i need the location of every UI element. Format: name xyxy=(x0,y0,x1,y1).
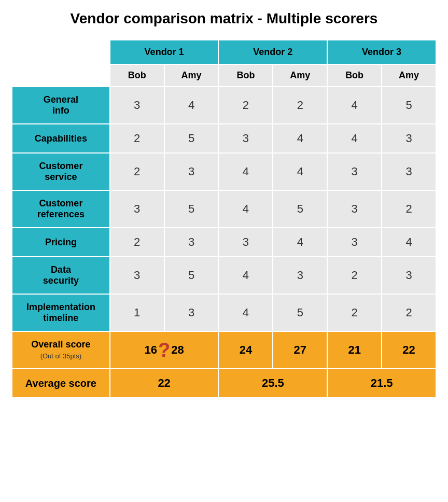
row-label-0: Generalinfo xyxy=(12,87,110,124)
cell-r6-v0-s0: 1 xyxy=(110,294,164,331)
cell-r0-v1-s1: 2 xyxy=(273,87,327,124)
cell-r0-v0-s1: 4 xyxy=(164,87,219,124)
v3-amy-header: Amy xyxy=(382,64,436,87)
avg-label: Average score xyxy=(12,369,110,398)
overall-v1-bob: 16 xyxy=(145,343,157,357)
cell-r2-v2-s1: 3 xyxy=(382,153,436,190)
overall-v3-bob: 21 xyxy=(327,331,382,369)
avg-vendor1: 22 xyxy=(110,369,219,398)
v2-amy-header: Amy xyxy=(273,64,327,87)
cell-r0-v0-s0: 3 xyxy=(110,87,164,124)
cell-r3-v0-s1: 5 xyxy=(164,190,219,228)
cell-r4-v0-s1: 3 xyxy=(164,228,219,257)
cell-r4-v2-s1: 4 xyxy=(382,228,436,257)
row-label-5: Datasecurity xyxy=(12,257,110,294)
vendor1-header: Vendor 1 xyxy=(110,40,219,64)
avg-vendor2: 25.5 xyxy=(218,369,327,398)
average-score-row: Average score 22 25.5 21.5 xyxy=(12,369,436,398)
data-row-6: Implementationtimeline134522 xyxy=(12,294,436,331)
cell-r1-v1-s1: 4 xyxy=(273,124,327,153)
cell-r1-v1-s0: 3 xyxy=(218,124,273,153)
cell-r6-v0-s1: 3 xyxy=(164,294,219,331)
cell-r1-v0-s1: 5 xyxy=(164,124,219,153)
row-label-2: Customerservice xyxy=(12,153,110,190)
overall-score-row: Overall score (Out of 35pts) 16 ? 28 24 … xyxy=(12,331,436,369)
avg-vendor3: 21.5 xyxy=(327,369,436,398)
cell-r3-v0-s0: 3 xyxy=(110,190,164,228)
cell-r5-v0-s0: 3 xyxy=(110,257,164,294)
overall-label-text: Overall score xyxy=(31,339,90,350)
cell-r2-v2-s0: 3 xyxy=(327,153,382,190)
cell-r2-v1-s1: 4 xyxy=(273,153,327,190)
cell-r4-v1-s1: 4 xyxy=(273,228,327,257)
overall-v1-amy: 28 xyxy=(171,343,184,357)
row-label-6: Implementationtimeline xyxy=(12,294,110,331)
cell-r4-v0-s0: 2 xyxy=(110,228,164,257)
cell-r5-v2-s1: 3 xyxy=(382,257,436,294)
row-label-3: Customerreferences xyxy=(12,190,110,228)
vendor2-header: Vendor 2 xyxy=(218,40,327,64)
empty-corner xyxy=(12,40,110,64)
overall-sublabel: (Out of 35pts) xyxy=(40,352,81,360)
cell-r6-v2-s0: 2 xyxy=(327,294,382,331)
matrix-table: Vendor 1 Vendor 2 Vendor 3 Bob Amy Bob A… xyxy=(11,39,437,398)
page-title: Vendor comparison matrix - Multiple scor… xyxy=(11,10,437,27)
overall-v1-content: 16 ? 28 xyxy=(115,340,214,360)
cell-r4-v1-s0: 3 xyxy=(218,228,273,257)
overall-vendor1: 16 ? 28 xyxy=(110,331,219,369)
cell-r1-v2-s1: 3 xyxy=(382,124,436,153)
cell-r3-v1-s1: 5 xyxy=(273,190,327,228)
cell-r6-v2-s1: 2 xyxy=(382,294,436,331)
data-row-1: Capabilities253443 xyxy=(12,124,436,153)
cell-r5-v1-s0: 4 xyxy=(218,257,273,294)
overall-v2-bob: 24 xyxy=(218,331,273,369)
row-label-1: Capabilities xyxy=(12,124,110,153)
cell-r1-v0-s0: 2 xyxy=(110,124,164,153)
empty-scorer xyxy=(12,64,110,87)
question-mark-icon: ? xyxy=(158,340,170,360)
cell-r4-v2-s0: 3 xyxy=(327,228,382,257)
cell-r0-v2-s1: 5 xyxy=(382,87,436,124)
cell-r3-v2-s0: 3 xyxy=(327,190,382,228)
data-row-2: Customerservice234433 xyxy=(12,153,436,190)
cell-r5-v0-s1: 5 xyxy=(164,257,219,294)
overall-v2-amy: 27 xyxy=(273,331,327,369)
cell-r5-v2-s0: 2 xyxy=(327,257,382,294)
cell-r2-v1-s0: 4 xyxy=(218,153,273,190)
v1-bob-header: Bob xyxy=(110,64,164,87)
cell-r2-v0-s0: 2 xyxy=(110,153,164,190)
cell-r5-v1-s1: 3 xyxy=(273,257,327,294)
cell-r6-v1-s0: 4 xyxy=(218,294,273,331)
data-row-4: Pricing233434 xyxy=(12,228,436,257)
data-row-0: Generalinfo342245 xyxy=(12,87,436,124)
cell-r1-v2-s0: 4 xyxy=(327,124,382,153)
overall-label: Overall score (Out of 35pts) xyxy=(12,331,110,369)
row-label-4: Pricing xyxy=(12,228,110,257)
overall-v3-amy: 22 xyxy=(382,331,436,369)
v3-bob-header: Bob xyxy=(327,64,382,87)
v1-amy-header: Amy xyxy=(164,64,219,87)
v2-bob-header: Bob xyxy=(218,64,273,87)
vendor3-header: Vendor 3 xyxy=(327,40,436,64)
cell-r6-v1-s1: 5 xyxy=(273,294,327,331)
data-row-3: Customerreferences354532 xyxy=(12,190,436,228)
cell-r2-v0-s1: 3 xyxy=(164,153,219,190)
cell-r3-v1-s0: 4 xyxy=(218,190,273,228)
cell-r0-v2-s0: 4 xyxy=(327,87,382,124)
page-wrapper: Vendor comparison matrix - Multiple scor… xyxy=(11,10,437,398)
cell-r0-v1-s0: 2 xyxy=(218,87,273,124)
cell-r3-v2-s1: 2 xyxy=(382,190,436,228)
data-row-5: Datasecurity354323 xyxy=(12,257,436,294)
